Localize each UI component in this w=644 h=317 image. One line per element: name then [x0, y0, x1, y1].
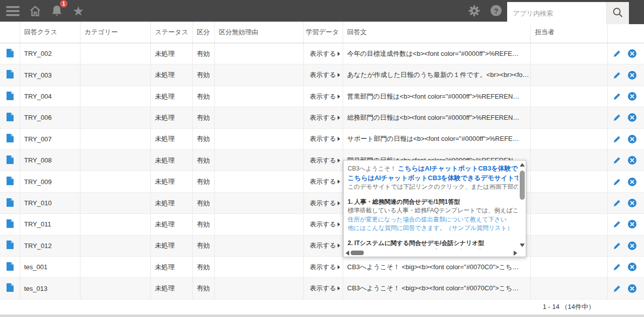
popup-link[interactable]: 他にはこんな質問に回答できます。（サンプル質問リスト）: [348, 224, 513, 231]
caret-right-icon: [338, 116, 340, 120]
assignee-cell: [531, 235, 608, 256]
row-actions: [608, 64, 644, 85]
document-icon: [7, 70, 14, 80]
assignee-cell: [531, 86, 608, 107]
search-input[interactable]: [507, 2, 606, 24]
vertical-scroll-thumb[interactable]: [520, 171, 525, 200]
learning-data-dropdown[interactable]: 表示する: [304, 214, 343, 234]
edit-pencil-icon[interactable]: [613, 263, 621, 271]
status-cell: 未処理: [151, 214, 193, 234]
star-icon[interactable]: ★: [72, 5, 84, 18]
answer-text-cell: CB3へようこそ！ <big><b><font color="#0070C0">…: [343, 257, 531, 277]
delete-circle-icon[interactable]: [628, 49, 636, 58]
row-document-icon[interactable]: [0, 278, 20, 298]
popup-horizontal-scrollbar[interactable]: [344, 249, 518, 257]
delete-circle-icon[interactable]: [628, 199, 636, 207]
document-icon: [7, 283, 14, 293]
edit-pencil-icon[interactable]: [613, 156, 621, 165]
learning-data-dropdown[interactable]: 表示する: [304, 86, 343, 107]
row-document-icon[interactable]: [0, 86, 20, 107]
row-document-icon[interactable]: [0, 257, 20, 277]
learning-data-dropdown[interactable]: 表示する: [304, 193, 343, 213]
division-invalid-reason-cell: [215, 64, 304, 85]
delete-circle-icon[interactable]: [628, 135, 636, 143]
table-row: TRY_011未処理有効表示する: [0, 214, 644, 235]
popup-link[interactable]: 住所が変更になった場合の提出書類について教えて下さい: [348, 216, 507, 223]
scroll-up-icon[interactable]: [520, 163, 525, 167]
edit-pencil-icon[interactable]: [613, 178, 621, 186]
home-icon[interactable]: [29, 5, 41, 17]
edit-pencil-icon[interactable]: [613, 242, 621, 250]
division-invalid-reason-cell: [215, 257, 304, 277]
popup-line: このデモサイトでは下記リンクのクリック、または画面下部のチャットか: [348, 183, 518, 192]
edit-pencil-icon[interactable]: [613, 284, 621, 293]
learning-data-label: 表示する: [309, 199, 336, 208]
delete-circle-icon[interactable]: [628, 263, 636, 271]
answer-class-cell: TRY_008: [20, 150, 80, 171]
document-icon: [7, 198, 14, 208]
answer-class-cell: TRY_011: [20, 214, 80, 234]
table-row: TRY_009未処理有効表示する: [0, 171, 644, 192]
popup-text: 1. 人事・総務関連の問合せデモ/1問1答型: [348, 198, 460, 205]
edit-pencil-icon[interactable]: [613, 199, 621, 207]
learning-data-dropdown[interactable]: 表示する: [304, 278, 343, 298]
answer-class-cell: TRY_009: [20, 171, 80, 192]
caret-right-icon: [338, 180, 340, 184]
row-document-icon[interactable]: [0, 129, 20, 149]
edit-pencil-icon[interactable]: [613, 49, 621, 58]
delete-circle-icon[interactable]: [628, 92, 636, 101]
learning-data-dropdown[interactable]: 表示する: [304, 171, 343, 192]
edit-pencil-icon[interactable]: [613, 113, 621, 122]
learning-data-dropdown[interactable]: 表示する: [304, 64, 343, 85]
edit-pencil-icon[interactable]: [613, 71, 621, 80]
horizontal-scroll-thumb[interactable]: [351, 251, 364, 255]
row-document-icon[interactable]: [0, 107, 20, 128]
scroll-right-icon[interactable]: [514, 251, 517, 256]
answer-text-cell: 営業部門の日報は<b><font color="#0000ff">%REFERE…: [343, 86, 531, 107]
learning-data-dropdown[interactable]: 表示する: [304, 107, 343, 128]
scroll-down-icon[interactable]: [520, 244, 525, 247]
row-document-icon[interactable]: [0, 214, 20, 234]
delete-circle-icon[interactable]: [628, 113, 636, 122]
row-document-icon[interactable]: [0, 235, 20, 256]
learning-data-dropdown[interactable]: 表示する: [304, 257, 343, 277]
assignee-cell: [531, 214, 608, 234]
edit-pencil-icon[interactable]: [613, 92, 621, 101]
learning-data-dropdown[interactable]: 表示する: [304, 129, 343, 149]
learning-data-dropdown[interactable]: 表示する: [304, 235, 343, 256]
popup-vertical-scrollbar[interactable]: [518, 161, 526, 249]
caret-right-icon: [338, 222, 340, 226]
row-actions: [608, 214, 644, 234]
row-document-icon[interactable]: [0, 43, 20, 64]
assignee-cell: [531, 193, 608, 213]
delete-circle-icon[interactable]: [628, 178, 636, 186]
edit-pencil-icon[interactable]: [613, 220, 621, 228]
scroll-left-icon[interactable]: [346, 251, 349, 256]
division-cell: 有効: [193, 129, 215, 149]
division-cell: 有効: [193, 235, 215, 256]
bell-icon[interactable]: 1: [51, 5, 63, 17]
popup-line: 1. 人事・総務関連の問合せデモ/1問1答型: [348, 198, 518, 207]
caret-right-icon: [338, 52, 340, 56]
column-header: 区分無効理由: [215, 22, 304, 43]
delete-circle-icon[interactable]: [628, 284, 636, 293]
row-document-icon[interactable]: [0, 64, 20, 85]
edit-pencil-icon[interactable]: [613, 135, 621, 143]
search-button[interactable]: [606, 2, 629, 24]
category-cell: [80, 235, 151, 256]
delete-circle-icon[interactable]: [628, 242, 636, 250]
row-document-icon[interactable]: [0, 193, 20, 213]
row-document-icon[interactable]: [0, 171, 20, 192]
toolbar: 1 ★ ?: [0, 0, 644, 22]
learning-data-dropdown[interactable]: 表示する: [304, 150, 343, 171]
row-document-icon[interactable]: [0, 150, 20, 171]
table-row: TRY_003未処理有効表示するあなたが作成した日報のうち最新の１件です。<br…: [0, 64, 644, 86]
delete-circle-icon[interactable]: [628, 71, 636, 80]
gear-icon[interactable]: [468, 5, 480, 19]
delete-circle-icon[interactable]: [628, 156, 636, 165]
menu-icon[interactable]: [6, 6, 20, 16]
learning-data-dropdown[interactable]: 表示する: [304, 43, 343, 64]
delete-circle-icon[interactable]: [628, 220, 636, 228]
help-icon[interactable]: ?: [491, 5, 502, 16]
row-actions: [608, 257, 644, 277]
